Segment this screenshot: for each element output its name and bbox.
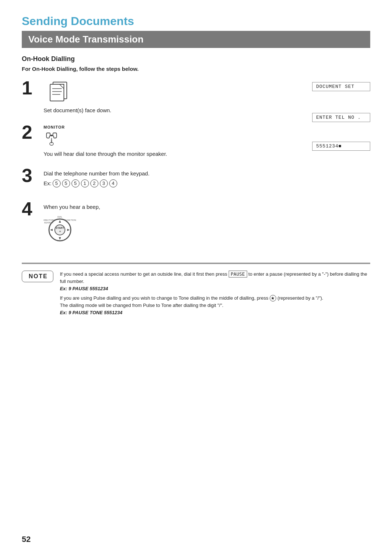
svg-text:FUNCTION: FUNCTION	[65, 219, 76, 221]
note-ex-2: Ex: 9 PAUSE TONE 5551234	[60, 309, 370, 316]
steps-list: 1 Set	[22, 78, 290, 252]
step-4-text: When you hear a beep,	[44, 203, 290, 211]
step-4-number: 4	[22, 199, 44, 218]
svg-text:START: START	[56, 227, 65, 229]
lcd-display-area: DOCUMENT SET ENTER TEL NO . 5551234■	[290, 78, 370, 252]
subsection-title: On-Hook Dialling	[22, 55, 370, 63]
ex-digit-5: 2	[90, 179, 98, 187]
lcd-document-set: DOCUMENT SET	[312, 82, 370, 91]
svg-text:⊕: ⊕	[59, 230, 61, 232]
svg-text:DIAL: DIAL	[57, 216, 62, 218]
lcd-enter-tel-no: ENTER TEL NO .	[312, 113, 370, 122]
step-4: 4 When you hear a beep, START ⊕	[22, 199, 290, 244]
step-1-number: 1	[22, 78, 44, 97]
page-title: Sending Documents	[22, 15, 370, 28]
step-2-number: 2	[22, 123, 44, 142]
ex-label: Ex:	[44, 180, 52, 186]
step-3-ex: Ex: 5 5 5 1 2 3 4	[44, 179, 290, 187]
monitor-label: MONITOR	[44, 125, 290, 129]
ex-digit-3: 5	[72, 179, 79, 187]
note-item-1: If you need a special access number to g…	[60, 271, 370, 285]
steps-area: 1 Set	[22, 78, 370, 252]
step-4-content: When you hear a beep, START ⊕	[44, 199, 290, 244]
page-number: 52	[22, 535, 30, 544]
svg-marker-14	[59, 220, 61, 223]
note-section: NOTE If you need a special access number…	[22, 271, 370, 317]
note-ex-2-text: Ex: 9 PAUSE TONE 5551234	[60, 310, 122, 315]
step-2-text: You will hear dial tone through the moni…	[44, 150, 290, 158]
step-3: 3 Dial the telephone number from the key…	[22, 166, 290, 191]
lcd-phone-number: 5551234■	[312, 142, 370, 151]
wheel-icon: START ⊕ DIRECTORY SEARCH	[44, 214, 76, 243]
note-item-2-line2: The dialling mode will be changed from P…	[60, 302, 370, 309]
svg-marker-16	[50, 229, 53, 231]
svg-text:DIRECTORY: DIRECTORY	[44, 219, 55, 221]
note-badge: NOTE	[22, 271, 53, 282]
ex-digit-2: 5	[62, 179, 70, 187]
note-ex-1-text: Ex: 9 PAUSE 5551234	[60, 286, 108, 291]
note-ex-1: Ex: 9 PAUSE 5551234	[60, 285, 370, 292]
step-1-content: Set document(s) face down.	[44, 78, 290, 115]
step-2: 2 MONITOR You will hear dial tone	[22, 123, 290, 158]
monitor-icon	[44, 130, 60, 146]
step-3-number: 3	[22, 166, 44, 185]
note-item-2: If you are using Pulse dialling and you …	[60, 295, 370, 302]
pause-key: PAUSE	[229, 271, 247, 278]
page-container: Sending Documents Voice Mode Transmissio…	[0, 0, 392, 555]
ex-digit-6: 3	[100, 179, 108, 187]
ex-digit-4: 1	[81, 179, 89, 187]
step-1: 1 Set	[22, 78, 290, 115]
document-icon	[47, 81, 69, 102]
step-3-text: Dial the telephone number from the keypa…	[44, 170, 290, 178]
instruction-line: For On-Hook Dialling, follow the steps b…	[22, 66, 370, 72]
star-key: ★	[270, 295, 276, 301]
step-3-content: Dial the telephone number from the keypa…	[44, 166, 290, 187]
section-bar: Voice Mode Transmission	[22, 31, 370, 48]
step-2-content: MONITOR You will hear dial tone through …	[44, 123, 290, 158]
step-1-text: Set document(s) face down.	[44, 106, 290, 115]
ex-digit-7: 4	[109, 179, 117, 187]
svg-marker-17	[67, 229, 70, 231]
note-text: If you need a special access number to g…	[60, 271, 370, 317]
svg-text:SEARCH: SEARCH	[44, 222, 53, 224]
bottom-divider	[22, 263, 370, 264]
svg-marker-15	[59, 237, 61, 240]
ex-digit-1: 5	[53, 179, 61, 187]
